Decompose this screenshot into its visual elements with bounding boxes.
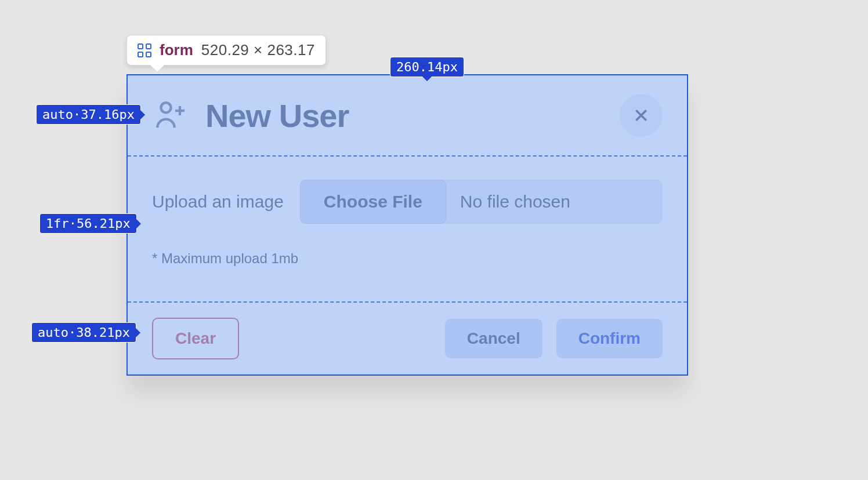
devtools-tooltip: form 520.29 × 263.17 [126,35,326,66]
grid-row1-size-badge: auto·37.16px [36,104,141,125]
form-body: Upload an image Choose File No file chos… [128,155,687,301]
tooltip-tag: form [160,41,193,59]
clear-button[interactable]: Clear [152,318,239,359]
dialog-title: New User [205,97,349,134]
grid-row2-size-badge: 1fr·56.21px [39,213,137,234]
choose-file-button[interactable]: Choose File [300,180,446,224]
user-plus-icon [152,97,189,134]
new-user-form: New User Upload an image Choose File No … [126,74,688,376]
file-status: No file chosen [446,180,663,224]
file-input[interactable]: Choose File No file chosen [300,180,663,224]
svg-point-0 [161,103,171,112]
grid-row3-size-badge: auto·38.21px [31,322,136,343]
upload-line: Upload an image Choose File No file chos… [152,180,663,224]
grid-col-size-badge: 260.14px [390,57,464,77]
upload-label: Upload an image [152,192,284,212]
form-footer: Clear Cancel Confirm [128,301,687,374]
close-icon [632,107,650,124]
upload-hint: * Maximum upload 1mb [152,250,663,267]
confirm-button[interactable]: Confirm [556,319,663,358]
grid-icon [138,43,151,57]
cancel-button[interactable]: Cancel [445,319,542,358]
tooltip-dimensions: 520.29 × 263.17 [201,41,315,59]
form-header: New User [128,75,687,155]
close-button[interactable] [620,94,663,137]
